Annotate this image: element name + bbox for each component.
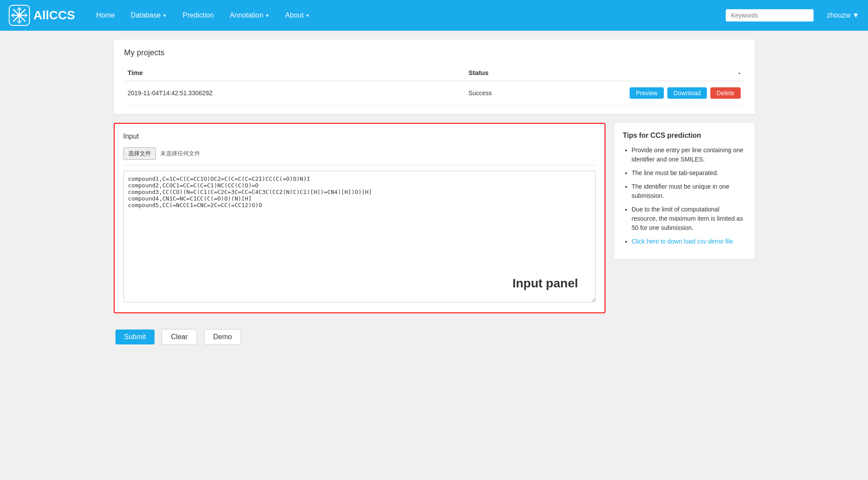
file-choose-button[interactable]: 选择文件 [123,147,156,160]
textarea-wrapper: Input panel [123,171,596,304]
tips-list: Provide one entry per line containing on… [623,146,746,246]
svg-point-13 [18,14,21,17]
input-title: Input [123,133,596,140]
database-dropdown-arrow: ▼ [162,13,167,18]
file-upload-row: 选择文件 未选择任何文件 [123,147,596,160]
annotation-dropdown-arrow: ▼ [265,13,270,18]
tip-item-4: Due to the limit of computational resour… [632,205,746,233]
user-dropdown-arrow: ▼ [852,11,859,19]
delete-button[interactable]: Delete [710,87,740,99]
col-header-status: Status [465,64,589,81]
navbar: AllCCS Home Database ▼ Prediction Annota… [0,0,868,31]
projects-section: My projects Time Status - 2019-11-04T14:… [114,39,755,114]
col-header-time: Time [124,64,465,81]
about-dropdown-arrow: ▼ [305,13,310,18]
clear-button[interactable]: Clear [162,329,197,345]
nav-menu: Home Database ▼ Prediction Annotation ▼ … [88,0,814,31]
submit-button[interactable]: Submit [115,330,155,344]
nav-about[interactable]: About ▼ [277,0,318,31]
projects-title: My projects [124,48,744,57]
download-button[interactable]: Download [667,87,707,99]
project-actions: Preview Download Delete [589,81,744,105]
main-content: My projects Time Status - 2019-11-04T14:… [105,31,764,361]
user-menu[interactable]: zhouzw ▼ [827,11,859,19]
projects-table: Time Status - 2019-11-04T14:42:51.330629… [124,64,744,105]
project-time: 2019-11-04T14:42:51.330629Z [124,81,465,105]
brand-logo[interactable]: AllCCS [9,5,75,26]
nav-annotation[interactable]: Annotation ▼ [222,0,277,31]
search-input[interactable] [726,9,814,21]
table-header-row: Time Status - [124,64,744,81]
col-header-actions: - [589,64,744,81]
tip-item-1: Provide one entry per line containing on… [632,146,746,164]
demo-file-link[interactable]: Click here to down load csv demo file [632,238,733,245]
nav-database[interactable]: Database ▼ [123,0,175,31]
tip-item-2: The line must be tab-separated. [632,168,746,178]
tips-section: Tips for CCS prediction Provide one entr… [614,123,755,259]
nav-prediction[interactable]: Prediction [175,0,222,31]
tip-item-5[interactable]: Click here to down load csv demo file [632,237,746,246]
tip-item-3: The identifier must be unique in one sub… [632,182,746,201]
input-panel: Input 选择文件 未选择任何文件 Input panel [114,123,605,313]
nav-home[interactable]: Home [88,0,123,31]
tips-title: Tips for CCS prediction [623,132,746,140]
project-status: Success [465,81,589,105]
brand-name: AllCCS [33,8,75,22]
table-row: 2019-11-04T14:42:51.330629Z Success Prev… [124,81,744,105]
compound-input-textarea[interactable] [123,171,596,302]
file-no-selected-label: 未选择任何文件 [160,150,200,158]
lower-section: Input 选择文件 未选择任何文件 Input panel Tips for … [114,123,755,313]
input-divider [123,165,596,165]
demo-button[interactable]: Demo [204,329,241,345]
snowflake-icon [9,5,30,26]
action-row: Submit Clear Demo [114,322,755,352]
preview-button[interactable]: Preview [630,87,664,99]
